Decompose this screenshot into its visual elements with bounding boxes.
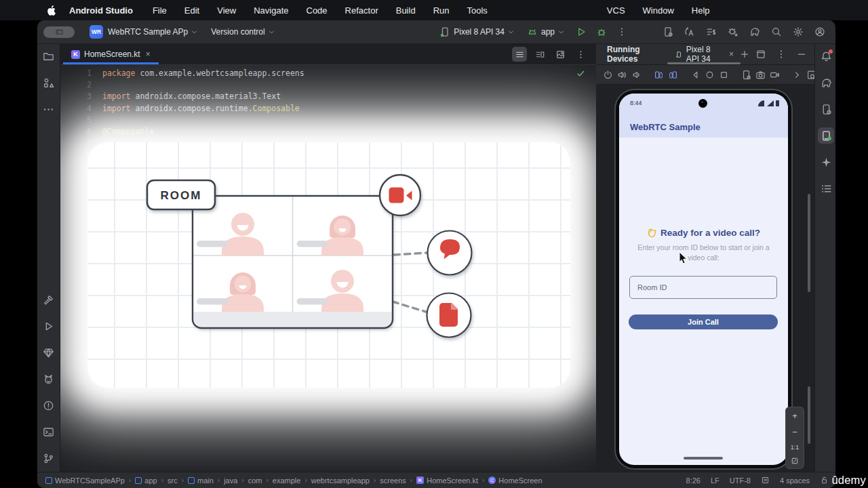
tool-more-tools[interactable] [41,101,57,117]
fold-open-button[interactable] [668,66,678,83]
menu-tools[interactable]: Tools [458,5,496,16]
nav-overview-button[interactable] [719,66,729,83]
maximize-panel-icon[interactable] [752,46,770,62]
debug-button[interactable] [593,24,610,40]
screenshot-camera-button[interactable] [755,66,766,83]
nav-home-button[interactable] [705,66,715,83]
design-view-button[interactable] [553,47,568,62]
split-view-button[interactable] [532,47,547,62]
menu-file[interactable]: File [144,5,176,16]
volume-down-button[interactable] [631,66,642,83]
breadcrumb-java[interactable]: java [224,476,237,485]
breadcrumb-webrtcsampleapp[interactable]: webrtcsampleapp [311,476,370,485]
breadcrumb-src[interactable]: src [167,476,178,485]
more-actions-kebab[interactable] [613,24,631,40]
project-selector[interactable]: WebRTC Sample APp [108,27,197,37]
menu-code[interactable]: Code [298,5,336,16]
panel-scrollbar[interactable] [808,194,810,292]
code-line-5[interactable]: 5 [60,115,596,126]
code-line-3[interactable]: 3import androidx.compose.material3.Text [60,91,596,102]
menu-android-studio[interactable]: Android Studio [60,5,144,16]
device-manager-button[interactable] [659,24,677,40]
settings-button[interactable] [789,24,807,40]
tool-run-play[interactable] [41,318,57,334]
panel-options-kebab[interactable] [772,46,790,62]
gradle-sync-button[interactable] [746,24,764,40]
code-editor[interactable]: 1package com.example.webrtcsampleapp.scr… [60,65,596,472]
code-line-1[interactable]: 1package com.example.webrtcsampleapp.scr… [60,68,596,79]
code-view-button[interactable] [512,47,527,62]
tool-structure[interactable] [41,75,57,91]
tab-homescreen-kt[interactable]: K HomeScreen.kt × [63,44,159,64]
breadcrumb-com[interactable]: com [248,476,262,485]
menu-navigate[interactable]: Navigate [245,5,297,16]
room-id-input[interactable]: Room ID [629,276,777,299]
tool-notifications-bell[interactable] [818,48,834,64]
code-line-4[interactable]: 4import androidx.compose.runtime.Composa… [60,103,596,115]
version-control-selector[interactable]: Version control [211,27,274,37]
kebab-button[interactable] [573,47,588,62]
zoom-in-button[interactable]: + [792,411,797,421]
attach-debugger-button[interactable] [724,24,742,40]
tab-scroll-indicator[interactable] [667,62,741,64]
tool-build-hammer[interactable] [41,291,57,308]
window-controls-pill[interactable] [43,26,75,38]
zoom-out-button[interactable]: − [792,427,797,437]
menu-edit[interactable]: Edit [176,5,208,16]
line-separator[interactable]: LF [711,476,719,485]
account-button[interactable] [811,24,829,40]
breadcrumb-main[interactable]: main [188,476,214,485]
unlocked-padlock-icon[interactable] [820,476,829,485]
profiler-button[interactable] [681,24,698,40]
menu-view[interactable]: View [208,5,245,16]
menu-help[interactable]: Help [683,5,719,16]
tool-project-folder[interactable] [41,48,57,64]
apple-icon[interactable] [46,5,58,16]
indent-setting[interactable]: 4 spaces [780,476,810,485]
fold-closed-button[interactable] [654,66,664,83]
tool-git-branch[interactable] [41,450,57,466]
menu-refactor[interactable]: Refactor [336,5,387,16]
tool-problems[interactable] [41,397,57,413]
tab-close-icon[interactable]: × [146,49,151,59]
tool-device-manager-phone[interactable] [818,101,834,117]
tool-build-variants[interactable] [818,180,834,197]
inspection-widget-icon[interactable] [761,476,770,485]
breadcrumb-homescreen.kt[interactable]: KHomeScreen.kt [416,476,478,485]
run-button[interactable] [572,24,590,40]
tab-pixel-8-api-34[interactable]: Pixel 8 API 34 × [675,45,734,64]
device-selector[interactable]: Pixel 8 API 34 [454,27,514,37]
breadcrumb-example[interactable]: example [273,476,301,485]
tool-running-devices-phone[interactable] [818,127,834,144]
menu-build[interactable]: Build [387,5,425,16]
tool-gradle-elephant[interactable] [818,75,834,91]
hide-panel-icon[interactable] [793,46,810,62]
power-button[interactable] [603,66,613,83]
device-screen[interactable]: 8:44 WebRTC Sample Ready for a video cal… [619,94,788,465]
todo-list-button[interactable] [703,24,720,40]
inspections-ok-icon[interactable] [576,69,585,78]
search-button[interactable] [768,24,785,40]
tool-logcat-cat[interactable] [41,371,57,387]
run-config-selector[interactable]: app [541,27,564,37]
menu-vcs[interactable]: VCS [598,5,634,16]
screen-record-button[interactable] [770,66,780,83]
device-settings-button[interactable] [741,66,751,83]
caret-position[interactable]: 8:26 [686,476,701,485]
menu-run[interactable]: Run [425,5,458,16]
zoom-ratio-button[interactable]: 1:1 [791,444,800,451]
panel-scrollbar[interactable] [808,386,810,444]
tool-app-quality-insights[interactable] [41,344,57,361]
breadcrumb-webrtcsampleapp[interactable]: WebRTCSampleAPp [45,476,125,485]
breadcrumb-homescreen[interactable]: CHomeScreen [488,476,542,485]
nav-back-button[interactable] [690,66,701,83]
tab-close-icon[interactable]: × [729,49,734,59]
add-device-tab-button[interactable] [738,46,752,62]
volume-up-button[interactable] [617,66,627,83]
tool-terminal[interactable] [41,424,57,440]
menu-window[interactable]: Window [634,5,683,16]
join-call-button[interactable]: Join Call [629,314,778,329]
fit-to-window-icon[interactable] [791,457,799,465]
tool-gemini-sparkle[interactable] [818,154,834,170]
file-encoding[interactable]: UTF-8 [730,476,751,485]
